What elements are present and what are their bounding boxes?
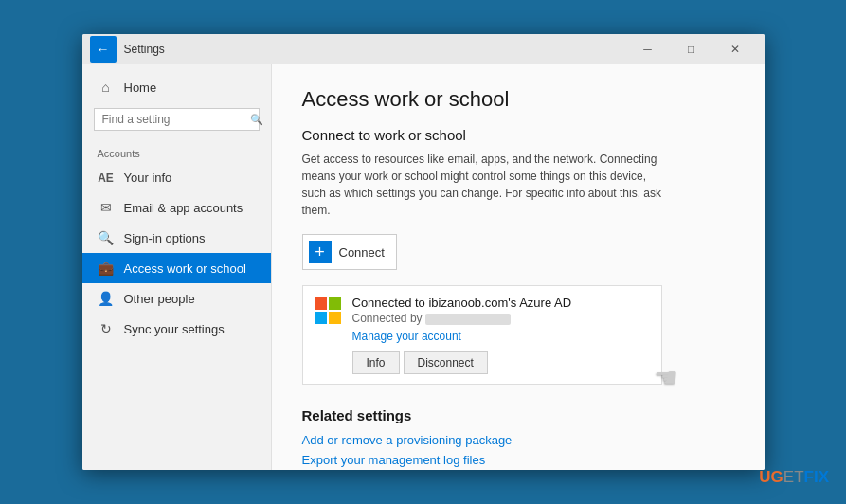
window-controls: ─ □ ✕ (626, 34, 757, 64)
sidebar-item-signin[interactable]: 🔍 Sign-in options (82, 223, 271, 253)
sync-icon: ↻ (98, 321, 115, 336)
card-actions: Info Disconnect (352, 351, 650, 374)
connected-by-value-blurred (425, 314, 511, 325)
connected-by-label: Connected by (352, 312, 423, 325)
settings-window: ← Settings ─ □ ✕ ⌂ Home 🔍 Accounts AE Yo… (82, 34, 765, 470)
other-people-icon: 👤 (98, 291, 115, 306)
cursor-hand-icon: ☛ (655, 362, 678, 393)
sidebar-email-label: Email & app accounts (124, 201, 243, 215)
maximize-button[interactable]: □ (670, 34, 713, 64)
related-link-provisioning[interactable]: Add or remove a provisioning package (302, 433, 734, 447)
sidebar-sync-label: Sync your settings (124, 322, 225, 336)
connect-button-label: Connect (339, 245, 385, 260)
your-info-icon: AE (98, 171, 115, 185)
window-content: ⌂ Home 🔍 Accounts AE Your info ✉ Email &… (82, 64, 765, 470)
related-settings-title: Related settings (302, 407, 734, 423)
connected-account-name: Connected to ibizanoob.com's Azure AD (352, 296, 650, 310)
related-link-management-log[interactable]: Export your management log files (302, 453, 734, 467)
watermark-u: UG (759, 468, 783, 487)
email-icon: ✉ (98, 200, 115, 215)
search-icon: 🔍 (250, 114, 263, 126)
titlebar: ← Settings ─ □ ✕ (82, 34, 765, 64)
main-content: Access work or school Connect to work or… (272, 64, 765, 470)
minimize-button[interactable]: ─ (626, 34, 670, 64)
manage-account-link[interactable]: Manage your account (352, 330, 461, 343)
connected-account-card: Connected to ibizanoob.com's Azure AD Co… (302, 285, 662, 385)
ms-logo-yellow (329, 312, 341, 324)
page-title: Access work or school (302, 87, 734, 112)
info-button[interactable]: Info (352, 351, 400, 374)
sidebar: ⌂ Home 🔍 Accounts AE Your info ✉ Email &… (82, 64, 272, 470)
connect-button[interactable]: + Connect (302, 234, 397, 270)
connect-section-title: Connect to work or school (302, 127, 734, 143)
sidebar-other-people-label: Other people (124, 292, 195, 306)
sidebar-item-your-info[interactable]: AE Your info (82, 163, 271, 192)
ms-logo-blue (315, 312, 327, 324)
sidebar-your-info-label: Your info (124, 171, 172, 185)
connect-description: Get access to resources like email, apps… (302, 151, 662, 219)
ms-logo-green (329, 297, 341, 310)
sidebar-signin-label: Sign-in options (124, 231, 206, 245)
sidebar-access-label: Access work or school (124, 261, 246, 276)
watermark-fix: FIX (804, 468, 829, 487)
ms-logo-red (315, 297, 327, 310)
access-work-icon: 💼 (98, 261, 115, 276)
sidebar-item-home[interactable]: ⌂ Home (82, 72, 271, 102)
search-input[interactable] (102, 113, 244, 126)
microsoft-logo (315, 297, 341, 324)
sidebar-item-access-work[interactable]: 💼 Access work or school (82, 253, 271, 283)
sidebar-item-email-app[interactable]: ✉ Email & app accounts (82, 192, 271, 223)
connect-plus-icon: + (309, 241, 332, 263)
sidebar-item-other-people[interactable]: 👤 Other people (82, 283, 271, 314)
search-box[interactable]: 🔍 (94, 108, 260, 131)
back-button[interactable]: ← (90, 36, 117, 63)
sidebar-home-label: Home (124, 81, 157, 95)
home-icon: ⌂ (98, 80, 115, 95)
signin-icon: 🔍 (98, 230, 115, 245)
watermark: UGETFIX (759, 468, 829, 487)
connected-account-info: Connected to ibizanoob.com's Azure AD Co… (352, 296, 650, 374)
sidebar-item-sync[interactable]: ↻ Sync your settings (82, 314, 271, 344)
watermark-et: ET (783, 468, 804, 487)
disconnect-button[interactable]: Disconnect (404, 351, 488, 374)
sidebar-section-label: Accounts (82, 136, 271, 163)
close-button[interactable]: ✕ (713, 34, 757, 64)
window-title: Settings (124, 43, 626, 56)
back-icon: ← (97, 42, 110, 57)
connected-by: Connected by (352, 312, 650, 325)
